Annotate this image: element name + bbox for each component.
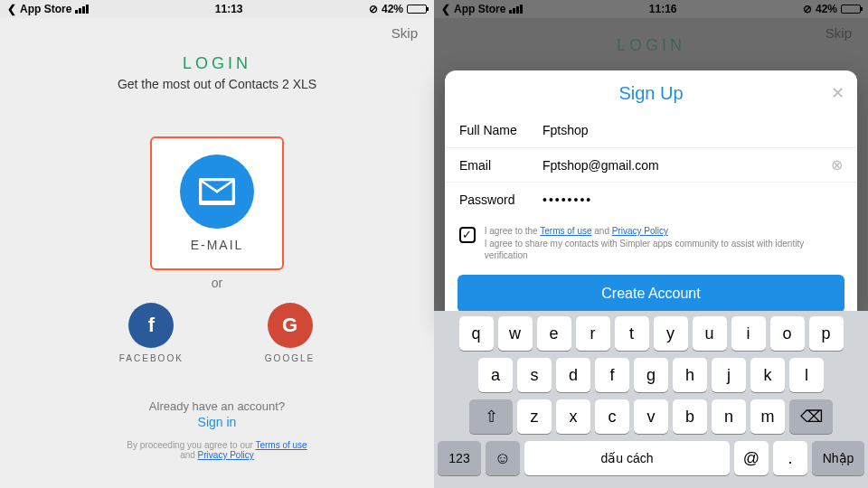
battery-icon [407, 5, 427, 14]
emoji-key[interactable]: ☺ [486, 441, 520, 475]
clear-email-icon[interactable]: ⊗ [831, 156, 843, 174]
back-app-label[interactable]: App Store [20, 3, 71, 15]
password-field[interactable]: •••••••• [542, 192, 843, 207]
signal-icon [509, 5, 523, 14]
page-title: LOGIN [0, 54, 434, 73]
mail-icon [180, 155, 254, 229]
signup-modal: Sign Up ✕ Full Name Fptshop Email Fptsho… [445, 70, 857, 325]
key-n[interactable]: n [712, 399, 746, 434]
key-m[interactable]: m [750, 399, 785, 434]
key-c[interactable]: c [595, 399, 629, 434]
already-have-account: Already have an account? [0, 399, 434, 413]
skip-button[interactable]: Skip [392, 25, 418, 41]
terms-link[interactable]: Terms of use [255, 440, 307, 450]
agree-checkbox[interactable]: ✓ [459, 227, 476, 243]
key-a[interactable]: a [478, 358, 513, 392]
signal-icon [75, 5, 89, 14]
key-k[interactable]: k [750, 358, 785, 392]
key-q[interactable]: q [459, 316, 494, 351]
google-label: GOOGLE [265, 353, 315, 363]
facebook-label: FACEBOOK [119, 353, 184, 363]
footer-legal: By proceeding you agree to our Terms of … [0, 440, 434, 460]
key-h[interactable]: h [673, 358, 707, 392]
key-v[interactable]: v [634, 399, 668, 434]
key-w[interactable]: w [498, 316, 533, 351]
back-app-icon[interactable]: ❮ [7, 3, 16, 15]
sign-in-link[interactable]: Sign in [0, 415, 434, 429]
key-b[interactable]: b [673, 399, 707, 434]
back-app-label[interactable]: App Store [454, 3, 505, 15]
key-i[interactable]: i [731, 316, 766, 351]
key-y[interactable]: y [654, 316, 688, 351]
email-label: Email [459, 158, 542, 173]
privacy-link[interactable]: Privacy Policy [198, 450, 254, 460]
email-login-card[interactable]: E-MAIL [150, 136, 284, 270]
key-s[interactable]: s [517, 358, 552, 392]
status-time: 11:13 [215, 3, 243, 15]
agree-text: I agree to the Terms of use and Privacy … [485, 225, 843, 262]
status-bar: ❮ App Store 11:13 ⊘ 42% [0, 0, 434, 18]
email-card-label: E-MAIL [191, 238, 244, 252]
page-title-behind: LOGIN [434, 36, 868, 55]
key-g[interactable]: g [634, 358, 668, 392]
key-l[interactable]: l [789, 358, 824, 392]
key-e[interactable]: e [537, 316, 571, 351]
email-field[interactable]: Fptshop@gmail.com [542, 158, 831, 173]
key-u[interactable]: u [693, 316, 727, 351]
google-icon: G [268, 303, 313, 348]
facebook-icon: f [128, 303, 174, 348]
at-key[interactable]: @ [734, 441, 769, 475]
key-d[interactable]: d [556, 358, 590, 392]
status-bar: ❮ App Store 11:16 ⊘ 42% [434, 0, 868, 18]
screen-signup: ❮ App Store 11:16 ⊘ 42% Skip LOGIN f G S… [434, 0, 868, 488]
keyboard: qwertyuiop asdfghjkl ⇧zxcvbnm⌫ 123☺dấu c… [434, 311, 868, 488]
status-time: 11:16 [649, 3, 677, 15]
page-subtitle: Get the most out of Contacts 2 XLS [0, 77, 434, 91]
password-label: Password [459, 192, 542, 207]
or-divider: or [0, 276, 434, 290]
google-login-button[interactable]: G GOOGLE [265, 303, 315, 363]
fullname-field[interactable]: Fptshop [542, 123, 843, 137]
rotation-lock-icon: ⊘ [803, 3, 812, 15]
terms-link[interactable]: Terms of use [540, 226, 591, 236]
key-f[interactable]: f [595, 358, 629, 392]
back-app-icon[interactable]: ❮ [441, 3, 450, 15]
key-x[interactable]: x [556, 399, 590, 434]
battery-pct: 42% [382, 3, 403, 15]
battery-icon [841, 5, 861, 14]
key-z[interactable]: z [517, 399, 552, 434]
key-t[interactable]: t [615, 316, 649, 351]
key-j[interactable]: j [712, 358, 746, 392]
close-icon[interactable]: ✕ [831, 83, 844, 103]
key-p[interactable]: p [809, 316, 844, 351]
fullname-label: Full Name [459, 123, 542, 137]
space-key[interactable]: dấu cách [524, 441, 730, 475]
enter-key[interactable]: Nhập [812, 441, 864, 475]
key-o[interactable]: o [770, 316, 805, 351]
modal-title: Sign Up ✕ [445, 70, 857, 113]
battery-pct: 42% [816, 3, 837, 15]
rotation-lock-icon: ⊘ [369, 3, 378, 15]
facebook-login-button[interactable]: f FACEBOOK [119, 303, 184, 363]
create-account-button[interactable]: Create Account [458, 275, 844, 313]
dot-key[interactable]: . [773, 441, 807, 475]
privacy-link[interactable]: Privacy Policy [612, 226, 668, 236]
shift-key[interactable]: ⇧ [469, 399, 513, 434]
backspace-key[interactable]: ⌫ [789, 399, 833, 434]
key-r[interactable]: r [576, 316, 610, 351]
screen-login: ❮ App Store 11:13 ⊘ 42% Skip LOGIN Get t… [0, 0, 434, 488]
numbers-key[interactable]: 123 [438, 441, 481, 475]
